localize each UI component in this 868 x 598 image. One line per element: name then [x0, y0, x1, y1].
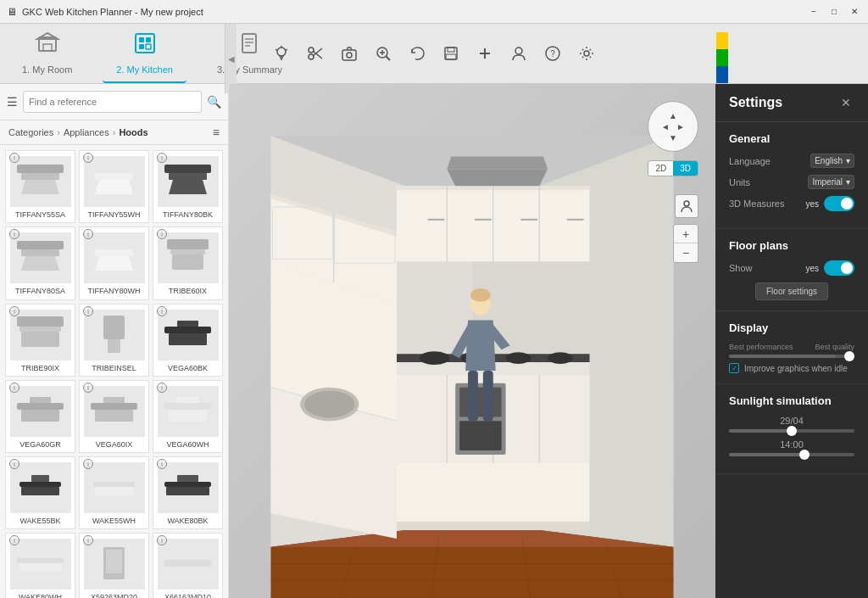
info-icon[interactable]: i — [9, 153, 19, 163]
breadcrumb-sep-1: › — [57, 127, 60, 137]
scissors-icon[interactable] — [302, 40, 329, 67]
svg-rect-35 — [17, 165, 64, 173]
list-item[interactable]: i WAKE80WH — [5, 533, 75, 598]
product-image — [84, 539, 145, 590]
view-3d-button[interactable]: 3D — [673, 161, 698, 176]
add-element-icon[interactable] — [471, 40, 498, 67]
info-icon[interactable]: i — [83, 306, 93, 316]
collapse-sidebar-button[interactable]: ◀ — [225, 24, 236, 93]
bulb-icon[interactable] — [268, 40, 295, 67]
svg-rect-51 — [170, 249, 205, 254]
list-item[interactable]: i WAKE55WH — [79, 456, 149, 529]
compass-control[interactable]: ▲ ◄ ► ▼ — [648, 101, 698, 152]
list-item[interactable]: i TIFFANY80SA — [5, 226, 75, 299]
camera-icon[interactable] — [336, 40, 363, 67]
info-icon[interactable]: i — [157, 459, 167, 469]
search-button[interactable]: 🔍 — [207, 95, 221, 109]
list-item[interactable]: i TIFFANY55WH — [79, 150, 149, 223]
left-sidebar: ☰ 🔍 Categories › Appliances › Hoods ≡ i — [0, 84, 229, 598]
show-floor-plans-row: Show yes — [729, 260, 854, 276]
settings-gear-icon[interactable] — [573, 40, 600, 67]
list-item[interactable]: i TRIBEINSEL — [79, 304, 149, 377]
undo-icon[interactable] — [403, 40, 431, 67]
nav-tabs: 1. My Room 2. My Kitchen — [8, 24, 296, 83]
date-slider-thumb[interactable] — [787, 426, 797, 436]
list-item[interactable]: i VEGA60WH — [153, 380, 223, 453]
breadcrumb-hoods[interactable]: Hoods — [119, 127, 147, 137]
breadcrumb-appliances[interactable]: Appliances — [64, 127, 109, 137]
svg-line-14 — [275, 49, 277, 51]
svg-rect-47 — [91, 241, 137, 249]
list-item[interactable]: i TIFFANY55SA — [5, 150, 75, 223]
list-item[interactable]: i WAKE55BK — [5, 456, 75, 529]
3d-measures-toggle-switch[interactable] — [824, 196, 854, 211]
time-slider-thumb[interactable] — [799, 450, 810, 460]
3d-measures-toggle[interactable]: yes — [805, 196, 854, 211]
sunlight-time-slider[interactable] — [729, 453, 854, 456]
improve-graphics-checkbox[interactable] — [729, 363, 739, 373]
breadcrumb: Categories › Appliances › Hoods ≡ — [0, 120, 228, 145]
breadcrumb-categories[interactable]: Categories — [8, 127, 53, 137]
quality-slider[interactable] — [729, 355, 854, 358]
list-item[interactable]: i TRIBE90IX — [5, 304, 75, 377]
list-item[interactable]: i VEGA60GR — [5, 380, 75, 453]
list-item[interactable]: i X66163MD10 — [153, 533, 223, 598]
settings-close-button[interactable]: ✕ — [837, 94, 854, 111]
svg-line-23 — [387, 57, 391, 61]
search-input[interactable] — [23, 91, 202, 113]
svg-rect-66 — [103, 397, 125, 403]
list-item[interactable]: i VEGA60IX — [79, 380, 149, 453]
list-view-icon[interactable]: ≡ — [213, 126, 220, 139]
svg-rect-7 — [146, 44, 151, 49]
person-view-button[interactable] — [675, 194, 698, 218]
product-label: TIFFANY80BK — [163, 210, 213, 219]
show-floor-plans-switch[interactable] — [824, 260, 854, 276]
info-icon[interactable]: i — [83, 383, 93, 393]
show-floor-plans-toggle[interactable]: yes — [805, 260, 854, 276]
tab-my-kitchen[interactable]: 2. My Kitchen — [103, 24, 186, 83]
profile-icon[interactable] — [505, 40, 532, 67]
product-label: X66163MD10 — [164, 593, 211, 598]
zoom-controls: + − — [673, 224, 698, 263]
floor-settings-button[interactable]: Floor settings — [755, 282, 828, 300]
list-item[interactable]: i WAKE80BK — [153, 456, 223, 529]
display-section: Display Best performances Best quality I… — [715, 311, 868, 384]
list-item[interactable]: i VEGA60BK — [153, 304, 223, 377]
3d-viewport[interactable]: ▲ ◄ ► ▼ 2D 3D — [229, 84, 715, 598]
info-icon[interactable]: i — [83, 153, 93, 163]
search-zoom-icon[interactable] — [370, 40, 397, 67]
list-item[interactable]: i TIFFANY80BK — [153, 150, 223, 223]
svg-rect-71 — [21, 487, 59, 495]
info-icon[interactable]: i — [157, 306, 167, 316]
top-nav: 1. My Room 2. My Kitchen — [0, 24, 868, 84]
view-2d-button[interactable]: 2D — [648, 161, 673, 176]
list-item[interactable]: i TRIBE60IX — [153, 226, 223, 299]
info-icon[interactable]: i — [157, 153, 167, 163]
language-dropdown[interactable]: English ▾ — [810, 154, 854, 168]
units-dropdown[interactable]: Imperial ▾ — [808, 175, 854, 189]
color-palette-bar[interactable] — [716, 32, 728, 83]
info-icon[interactable]: i — [83, 459, 93, 469]
info-icon[interactable]: i — [9, 383, 19, 393]
hamburger-menu-icon[interactable]: ☰ — [7, 95, 18, 109]
list-item[interactable]: i TIFFANY80WH — [79, 226, 149, 299]
info-icon[interactable]: i — [157, 383, 167, 393]
svg-point-126 — [548, 352, 573, 364]
product-image — [84, 310, 145, 360]
list-item[interactable]: i X59263MD20 — [79, 533, 149, 598]
svg-rect-78 — [177, 475, 198, 482]
show-yes-label: yes — [805, 264, 819, 273]
close-button[interactable]: ✕ — [848, 5, 861, 19]
maximize-button[interactable]: □ — [827, 5, 841, 19]
help-icon[interactable]: ? — [539, 40, 566, 67]
save-icon[interactable] — [437, 40, 465, 67]
zoom-out-button[interactable]: − — [674, 243, 698, 262]
tab-my-room[interactable]: 1. My Room — [8, 24, 86, 83]
info-icon[interactable]: i — [9, 459, 19, 469]
minimize-button[interactable]: − — [807, 5, 821, 19]
zoom-in-button[interactable]: + — [674, 225, 698, 243]
info-icon[interactable]: i — [9, 306, 19, 316]
sunlight-date-slider[interactable] — [729, 429, 854, 433]
quality-slider-thumb[interactable] — [844, 351, 854, 361]
svg-rect-70 — [19, 482, 61, 487]
